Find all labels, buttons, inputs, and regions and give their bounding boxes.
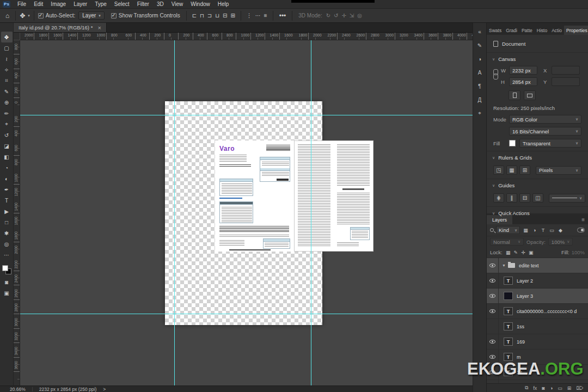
align-right-edges-icon[interactable]: ⊐ (206, 13, 213, 19)
filter-toggle[interactable] (577, 228, 585, 232)
distribute-vertical-icon[interactable]: ⋮ (245, 13, 254, 19)
link-dimensions-icon[interactable] (493, 69, 498, 78)
canvas-viewport[interactable]: Varo (20, 40, 473, 385)
layer-visibility-toggle[interactable] (487, 334, 499, 350)
auto-select-target-select[interactable]: Layer▾ (78, 11, 105, 20)
menu-image[interactable]: Image (47, 0, 70, 8)
canvas-height-field[interactable]: 2854 px (509, 77, 537, 86)
ruler-top[interactable]: 2000180016001400120010008006004002000200… (20, 33, 473, 40)
filter-kind-select[interactable]: Kind∨ (496, 226, 520, 234)
layer-row[interactable]: T1ss (487, 319, 588, 334)
canvas-area[interactable]: 2000180016001400120010008006004002000200… (14, 33, 473, 385)
close-icon[interactable]: × (97, 24, 101, 31)
ruler-toggle-icon[interactable]: ◳ (493, 166, 504, 175)
shape-tool[interactable]: □ (1, 217, 13, 228)
history-brush-tool[interactable]: ↺ (1, 130, 13, 140)
zoom-level-field[interactable]: 20.66% (10, 387, 26, 392)
menu-select[interactable]: Select (111, 0, 133, 8)
path-selection-tool[interactable]: ▶ (1, 206, 13, 217)
lock-all-icon[interactable]: ▣ (528, 248, 535, 256)
grid-overlay-icon[interactable]: ▦ (506, 166, 517, 175)
lock-transparent-pixels-icon[interactable]: ▦ (505, 248, 512, 256)
current-tool-icon[interactable]: ✥▾ (20, 12, 30, 20)
properties-document-row[interactable]: Document (487, 37, 588, 51)
tab-actio[interactable]: Actio (549, 26, 564, 35)
bit-depth-select[interactable]: 16 Bits/Channel∨ (509, 127, 581, 136)
eyedropper-tool[interactable]: ✎ (1, 86, 13, 97)
distribute-spacing-icon[interactable]: ≡ (262, 13, 269, 19)
document-tab[interactable]: Italy id.psd @ 20.7% (RGB/16) * × (14, 23, 107, 32)
expand-panels-icon[interactable]: « (474, 27, 485, 36)
fill-value[interactable]: 100% (572, 249, 585, 255)
3d-roll-icon[interactable]: ↺ (332, 13, 340, 19)
adjustment-layer-icon[interactable]: ◑ (550, 385, 553, 391)
link-layers-icon[interactable]: ⧉ (525, 385, 528, 391)
new-guide-layout-icon[interactable]: ⋕ (493, 193, 504, 203)
blur-tool[interactable]: ◔ (1, 162, 13, 173)
dodge-tool[interactable]: ◐ (1, 173, 13, 184)
guide-style-select[interactable]: ∨ (549, 194, 585, 203)
healing-brush-tool[interactable]: ⊕ (1, 97, 13, 108)
tab-gradi[interactable]: Gradi (504, 26, 519, 35)
opacity-select[interactable]: 100%∨ (548, 238, 573, 246)
menu-file[interactable]: File (14, 0, 30, 8)
grid-settings-icon[interactable]: ⊞ (519, 166, 530, 175)
3d-rotate-icon[interactable]: ↻ (324, 13, 332, 19)
layer-visibility-toggle[interactable] (487, 273, 499, 289)
auto-select-checkbox[interactable] (38, 13, 44, 19)
edit-toolbar-button[interactable]: ⋯ (1, 249, 13, 260)
foreground-background-swatches[interactable] (2, 265, 11, 274)
home-icon[interactable]: ⌂ (3, 12, 11, 20)
fill-select[interactable]: Transparent∨ (519, 139, 581, 148)
menu-type[interactable]: Type (91, 0, 111, 8)
group-expand-chevron[interactable]: ▼ (502, 264, 506, 267)
add-layer-mask-icon[interactable]: ◙ (542, 385, 544, 391)
horizontal-guide-icon[interactable]: ⊟ (519, 193, 530, 203)
new-group-icon[interactable]: ▭ (558, 385, 562, 391)
layer-row[interactable]: Tcita0000000...cccccccc<0 d (487, 304, 588, 319)
3d-scale-icon[interactable]: ◎ (356, 13, 364, 19)
align-vertical-centers-icon[interactable]: ⊟ (221, 13, 229, 19)
filter-pixel-layers-icon[interactable]: ▦ (522, 226, 530, 234)
layer-effects-icon[interactable]: fx (533, 385, 537, 391)
layer-row[interactable]: TLayer 2 (487, 273, 588, 289)
portrait-orientation-button[interactable] (509, 90, 520, 100)
menu-3d[interactable]: 3D (153, 0, 168, 8)
foreground-color-swatch[interactable] (2, 265, 8, 271)
ruler-left[interactable]: 8006004002000200400600800100012001400160… (14, 40, 20, 385)
ruler-corner[interactable] (14, 33, 20, 40)
filter-smart-objects-icon[interactable]: ◆ (556, 226, 565, 234)
menu-window[interactable]: Window (187, 0, 214, 8)
menu-edit[interactable]: Edit (30, 0, 47, 8)
type-tool[interactable]: T (1, 195, 13, 206)
menu-filter[interactable]: Filter (133, 0, 153, 8)
crop-tool[interactable]: ⌗ (1, 75, 13, 86)
lasso-tool[interactable]: ≀ (1, 53, 13, 64)
menu-help[interactable]: Help (214, 0, 233, 8)
guide-horizontal[interactable] (20, 314, 473, 314)
marquee-tool[interactable]: ▢ (1, 42, 13, 53)
3d-drag-icon[interactable]: ✛ (340, 13, 347, 19)
clone-stamp-tool[interactable]: ⌖ (1, 119, 13, 130)
distribute-horizontal-icon[interactable]: ⋯ (254, 13, 262, 19)
brush-tool[interactable]: ✏ (1, 108, 13, 119)
clear-guides-icon[interactable]: ◫ (532, 193, 543, 203)
quick-mask-button[interactable]: ◙ (1, 277, 13, 287)
move-tool[interactable]: ✥ (1, 32, 13, 42)
filter-shape-layers-icon[interactable]: ▭ (548, 226, 556, 234)
menu-view[interactable]: View (168, 0, 187, 8)
adjustments-panel-icon[interactable]: ◑ (474, 54, 485, 63)
landscape-orientation-button[interactable] (524, 90, 536, 100)
blend-mode-select[interactable]: Normal∨ (490, 238, 524, 246)
show-transform-checkbox[interactable] (111, 13, 117, 19)
quick-selection-tool[interactable]: ✧ (1, 64, 13, 75)
paragraph-panel-icon[interactable]: ¶ (474, 82, 485, 90)
align-bottom-edges-icon[interactable]: ⊞ (229, 13, 236, 19)
lock-image-pixels-icon[interactable]: ✎ (512, 248, 519, 256)
layer-visibility-toggle[interactable] (487, 289, 499, 304)
layer-row[interactable]: T169 (487, 334, 588, 350)
clone-source-panel-icon[interactable]: ⌖ (474, 109, 485, 118)
layer-visibility-toggle[interactable] (487, 319, 499, 334)
vertical-guide-icon[interactable]: ∥ (506, 193, 517, 203)
guide-vertical[interactable] (311, 40, 311, 385)
